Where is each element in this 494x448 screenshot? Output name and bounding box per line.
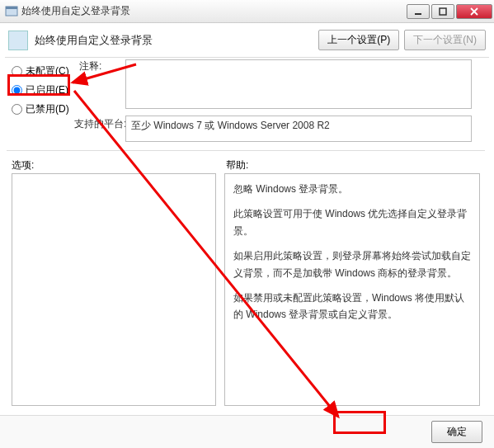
radio-enabled-input[interactable] xyxy=(12,85,22,96)
radio-disabled[interactable]: 已禁用(D) xyxy=(12,102,78,116)
app-icon xyxy=(5,5,18,18)
window-title: 始终使用自定义登录背景 xyxy=(21,4,405,18)
radio-enabled[interactable]: 已启用(E) xyxy=(12,83,78,97)
svg-rect-3 xyxy=(440,8,446,15)
footer: 确定 xyxy=(0,415,494,448)
help-text-2: 此策略设置可用于使 Windows 优先选择自定义登录背景。 xyxy=(233,205,471,239)
comment-label: 注释: xyxy=(79,59,101,73)
policy-icon xyxy=(8,31,28,50)
header-bar: 始终使用自定义登录背景 上一个设置(P) 下一个设置(N) xyxy=(0,23,494,57)
platform-value: 至少 Windows 7 或 Windows Server 2008 R2 xyxy=(125,116,472,142)
maximize-button[interactable] xyxy=(431,4,454,19)
help-text-1: 忽略 Windows 登录背景。 xyxy=(233,181,471,197)
radio-notconfigured-input[interactable] xyxy=(12,66,22,77)
radio-disabled-label: 已禁用(D) xyxy=(26,102,69,116)
svg-rect-1 xyxy=(6,7,17,9)
radio-disabled-input[interactable] xyxy=(12,104,22,115)
minimize-button[interactable] xyxy=(407,4,430,19)
radio-enabled-label: 已启用(E) xyxy=(26,83,68,97)
radio-notconfigured[interactable]: 未配置(C) xyxy=(12,64,78,78)
next-setting-button[interactable]: 下一个设置(N) xyxy=(404,30,486,50)
options-panel xyxy=(12,173,216,406)
comment-textarea[interactable] xyxy=(125,59,472,109)
ok-button[interactable]: 确定 xyxy=(431,421,482,443)
help-text-3: 如果启用此策略设置，则登录屏幕将始终尝试加载自定义背景，而不是加载带 Windo… xyxy=(233,248,471,281)
radio-notconfigured-label: 未配置(C) xyxy=(26,64,69,78)
help-panel: 忽略 Windows 登录背景。 此策略设置可用于使 Windows 优先选择自… xyxy=(224,173,480,406)
close-button[interactable] xyxy=(456,4,492,19)
prev-setting-button[interactable]: 上一个设置(P) xyxy=(318,30,399,50)
header-title: 始终使用自定义登录背景 xyxy=(35,33,312,48)
separator-2 xyxy=(7,150,485,151)
help-label: 帮助: xyxy=(226,158,248,172)
platform-label: 支持的平台: xyxy=(74,117,126,131)
state-radios: 未配置(C) 已启用(E) 已禁用(D) xyxy=(12,59,78,121)
separator xyxy=(5,57,489,58)
titlebar: 始终使用自定义登录背景 xyxy=(0,0,494,23)
help-text-4: 如果禁用或未配置此策略设置，Windows 将使用默认的 Windows 登录背… xyxy=(233,290,471,323)
options-label: 选项: xyxy=(12,158,34,172)
